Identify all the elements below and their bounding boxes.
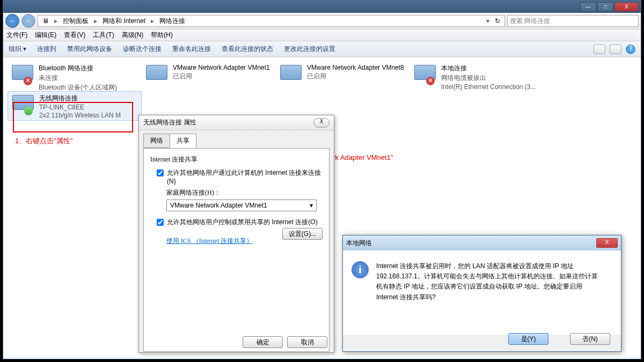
- redbox-1: [13, 102, 133, 132]
- dialog-title-text: 无线网络连接 属性: [143, 118, 196, 127]
- dropdown-icon[interactable]: ▾: [484, 17, 492, 25]
- msgbox-close-button[interactable]: X: [596, 238, 618, 248]
- yes-button[interactable]: 是(Y): [508, 333, 548, 345]
- tab-share[interactable]: 共享: [170, 134, 196, 148]
- chevron-down-icon: ▾: [310, 202, 313, 209]
- cancel-button[interactable]: 取消: [287, 336, 327, 348]
- toolbar-diagnose[interactable]: 诊断这个连接: [123, 45, 162, 54]
- tab-network[interactable]: 网络: [143, 134, 170, 148]
- conn-name: VMware Network Adapter VMnet1: [173, 64, 270, 71]
- menu-advanced[interactable]: 高级(N): [122, 31, 144, 40]
- toolbar-rename[interactable]: 重命名此连接: [172, 45, 211, 54]
- conn-status: 网络电缆被拔出: [441, 73, 536, 83]
- disabled-icon: ✕: [24, 77, 32, 85]
- msgbox-titlebar: 本地网络 X: [343, 235, 621, 250]
- allow-connect-checkbox[interactable]: [157, 169, 164, 176]
- info-icon: i: [352, 261, 369, 278]
- conn-device: 已启用: [307, 72, 404, 81]
- msgbox-title-text: 本地网络: [346, 239, 372, 248]
- conn-name: Bluetooth 网络连接: [39, 64, 117, 73]
- search-input[interactable]: 搜索 网络连接: [507, 15, 639, 27]
- refresh-icon[interactable]: ↻: [493, 17, 502, 25]
- menu-view[interactable]: 查看(V): [64, 31, 85, 40]
- dialog-close-button[interactable]: X: [313, 118, 330, 128]
- conn-device: Intel(R) Ethernet Connection (3...: [441, 83, 536, 91]
- confirm-msgbox: 本地网络 X i Internet 连接共享被启用时，您的 LAN 适配器将被设…: [342, 235, 621, 352]
- chevron-right-icon: ▸: [149, 17, 156, 25]
- menu-file[interactable]: 文件(F): [6, 31, 27, 40]
- toolbar-status[interactable]: 查看此连接的状态: [222, 45, 273, 54]
- main-titlebar: — □ X: [3, 1, 641, 13]
- allow-connect-label: 允许其他网络用户通过此计算机的 Internet 连接来连接(N): [167, 168, 323, 185]
- bc-p2[interactable]: 网络连接: [157, 17, 187, 26]
- conn-name: 本地连接: [441, 64, 536, 73]
- toolbar: 组织 ▾ 连接到 禁用此网络设备 诊断这个连接 重命名此连接 查看此连接的状态 …: [3, 41, 641, 57]
- conn-device: 已启用: [173, 72, 270, 81]
- connection-vmnet1[interactable]: VMware Network Adapter VMnet1已启用: [142, 62, 276, 91]
- menu-edit[interactable]: 编辑(E): [35, 31, 56, 40]
- view-icon[interactable]: [594, 45, 605, 54]
- breadcrumb[interactable]: 🖥 ▸ 控制面板 ▸ 网络和 Internet ▸ 网络连接 ▾ ↻: [38, 15, 505, 27]
- settings-button[interactable]: 设置(G)...: [282, 228, 323, 240]
- toolbar-disable[interactable]: 禁用此网络设备: [67, 45, 112, 54]
- maximize-button[interactable]: □: [597, 2, 613, 12]
- toolbar-change[interactable]: 更改此连接的设置: [284, 45, 335, 54]
- tab-panel: Internet 连接共享 允许其他网络用户通过此计算机的 Internet 连…: [143, 148, 330, 352]
- help-icon[interactable]: ?: [626, 45, 635, 54]
- no-button[interactable]: 否(N): [570, 333, 610, 345]
- ok-button[interactable]: 确定: [243, 336, 283, 348]
- navbar: ← → 🖥 ▸ 控制面板 ▸ 网络和 Internet ▸ 网络连接 ▾ ↻ 搜…: [3, 13, 641, 29]
- home-network-label: 家庭网络连接(H)：: [166, 188, 323, 197]
- menu-tools[interactable]: 工具(T): [93, 31, 114, 40]
- properties-dialog: 无线网络连接 属性 X 网络 共享 Internet 连接共享 允许其他网络用户…: [138, 115, 334, 353]
- minimize-button[interactable]: —: [580, 2, 596, 12]
- tab-strip: 网络 共享: [139, 130, 334, 148]
- home-network-combo[interactable]: VMware Network Adapter VMnet1 ▾: [166, 200, 317, 211]
- chevron-right-icon: ▸: [92, 17, 99, 25]
- chevron-right-icon: ▸: [52, 17, 60, 25]
- menubar: 文件(F) 编辑(E) 查看(V) 工具(T) 高级(N) 帮助(H): [3, 29, 641, 41]
- bc-p1[interactable]: 网络和 Internet: [100, 17, 148, 26]
- connection-vmnet8[interactable]: VMware Network Adapter VMnet8已启用: [276, 62, 410, 91]
- preview-icon[interactable]: [610, 45, 621, 54]
- conn-status: 未连接: [39, 73, 117, 83]
- menu-help[interactable]: 帮助(H): [151, 31, 173, 40]
- disabled-icon: ✕: [426, 77, 435, 85]
- conn-name: VMware Network Adapter VMnet8: [307, 64, 404, 71]
- toolbar-connect[interactable]: 连接到: [37, 45, 56, 54]
- ics-link[interactable]: 使用 ICS （Internet 连接共享）: [166, 237, 253, 246]
- bc-icon: 🖥: [40, 17, 51, 25]
- back-button[interactable]: ←: [5, 14, 19, 28]
- toolbar-organize[interactable]: 组织 ▾: [9, 45, 26, 54]
- close-button[interactable]: X: [614, 2, 639, 12]
- connection-local[interactable]: ✕ 本地连接网络电缆被拔出Intel(R) Ethernet Connectio…: [410, 62, 544, 91]
- msgbox-text: Internet 连接共享被启用时，您的 LAN 适配器将被设置成使用 IP 地…: [376, 261, 602, 302]
- bc-root[interactable]: 控制面板: [61, 17, 91, 26]
- forward-button[interactable]: →: [21, 14, 35, 28]
- annotation-1: 1、右键点击"属性": [15, 136, 72, 146]
- group-label: Internet 连接共享: [150, 155, 323, 164]
- connection-bluetooth[interactable]: ✕ Bluetooth 网络连接未连接Bluetooth 设备(个人区域网): [8, 62, 142, 91]
- combo-value: VMware Network Adapter VMnet1: [170, 202, 267, 209]
- allow-control-label: 允许其他网络用户控制或禁用共享的 Internet 连接(O): [167, 218, 318, 227]
- allow-control-checkbox[interactable]: [157, 219, 164, 226]
- dialog-titlebar: 无线网络连接 属性 X: [139, 115, 334, 130]
